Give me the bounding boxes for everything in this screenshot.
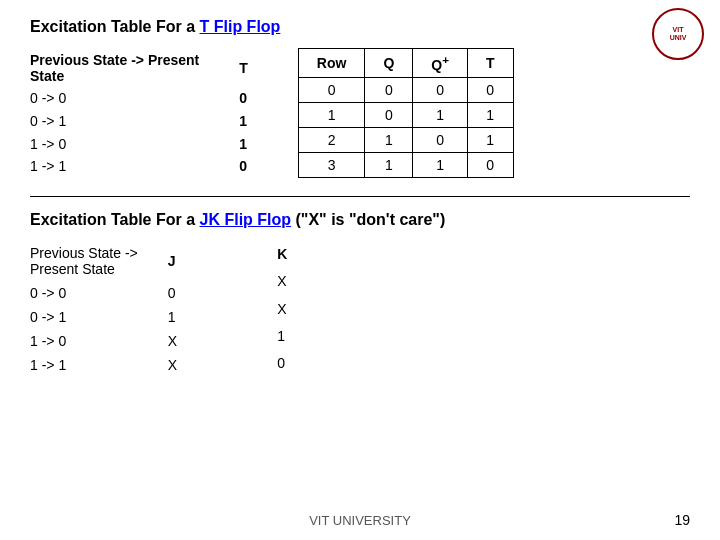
t-left-table: Previous State -> PresentState T 0 -> 0 …	[30, 48, 258, 178]
jk-k-0-1: X	[277, 295, 307, 322]
t-state-1-1: 1 -> 1	[30, 155, 229, 178]
t-right-q-header: Q	[365, 49, 413, 78]
table-row: X	[277, 295, 307, 322]
table-row: 0	[277, 349, 307, 376]
page-number: 19	[674, 512, 690, 528]
t-right-t-2: 1	[467, 127, 513, 152]
table-row: 0 -> 0 0	[30, 87, 258, 110]
t-right-qplus-0: 0	[413, 77, 468, 102]
t-right-t-0: 0	[467, 77, 513, 102]
jk-k-1-0: 1	[277, 322, 307, 349]
t-val-1-1: 0	[229, 155, 258, 178]
jk-state-1-1: 1 -> 1	[30, 353, 158, 377]
jk-j-1-1: X	[158, 353, 197, 377]
t-state-0-0: 0 -> 0	[30, 87, 229, 110]
table-row: K	[277, 241, 307, 268]
table-row: Row Q Q+ T	[298, 49, 513, 78]
jk-state-0-1: 0 -> 1	[30, 305, 158, 329]
jk-j-1-0: X	[158, 329, 197, 353]
t-state-0-1: 0 -> 1	[30, 110, 229, 133]
t-state-header: Previous State -> PresentState	[30, 48, 229, 87]
t-t-header: T	[229, 48, 258, 87]
t-right-t-3: 0	[467, 152, 513, 177]
jk-k-table: K X X 1 0	[277, 241, 307, 377]
jk-k-header: K	[277, 241, 307, 268]
t-val-0-0: 0	[229, 87, 258, 110]
jk-layout: Previous State ->Present State J 0 -> 0 …	[30, 241, 690, 377]
t-title-link[interactable]: T Flip Flop	[200, 18, 281, 35]
t-val-0-1: 1	[229, 110, 258, 133]
jk-title-prefix: Excitation Table For a	[30, 211, 200, 228]
t-state-1-0: 1 -> 0	[30, 132, 229, 155]
table-row: 1	[277, 322, 307, 349]
jk-state-header: Previous State ->Present State	[30, 241, 158, 281]
logo: VITUNIV	[652, 8, 706, 62]
t-right-q-0: 0	[365, 77, 413, 102]
t-right-qplus-3: 1	[413, 152, 468, 177]
jk-k-0-0: X	[277, 268, 307, 295]
table-row: Previous State ->Present State J	[30, 241, 197, 281]
t-section-title: Excitation Table For a T Flip Flop	[30, 18, 690, 36]
jk-state-0-0: 0 -> 0	[30, 281, 158, 305]
t-val-1-0: 1	[229, 132, 258, 155]
jk-state-1-0: 1 -> 0	[30, 329, 158, 353]
table-row: 2 1 0 1	[298, 127, 513, 152]
t-right-t-header: T	[467, 49, 513, 78]
jk-left-table: Previous State ->Present State J 0 -> 0 …	[30, 241, 197, 377]
table-row: 0 -> 1 1	[30, 110, 258, 133]
table-row: 0 -> 0 0	[30, 281, 197, 305]
table-row: 1 0 1 1	[298, 102, 513, 127]
t-layout-row: Previous State -> PresentState T 0 -> 0 …	[30, 48, 690, 178]
jk-j-0-0: 0	[158, 281, 197, 305]
t-right-qplus-2: 0	[413, 127, 468, 152]
table-row: 3 1 1 0	[298, 152, 513, 177]
t-right-qplus-1: 1	[413, 102, 468, 127]
table-row: Previous State -> PresentState T	[30, 48, 258, 87]
t-right-row-0: 0	[298, 77, 365, 102]
t-right-qplus-header: Q+	[413, 49, 468, 78]
table-row: X	[277, 268, 307, 295]
t-right-row-header: Row	[298, 49, 365, 78]
t-right-row-1: 1	[298, 102, 365, 127]
jk-section-title: Excitation Table For a JK Flip Flop ("X"…	[30, 211, 690, 229]
jk-j-header: J	[158, 241, 197, 281]
table-row: 0 0 0 0	[298, 77, 513, 102]
table-row: 1 -> 0 1	[30, 132, 258, 155]
table-row: 1 -> 1 0	[30, 155, 258, 178]
jk-k-1-1: 0	[277, 349, 307, 376]
footer: VIT UNIVERSITY	[0, 513, 720, 528]
jk-title-link[interactable]: JK Flip Flop	[200, 211, 292, 228]
t-right-row-2: 2	[298, 127, 365, 152]
t-right-row-3: 3	[298, 152, 365, 177]
jk-j-0-1: 1	[158, 305, 197, 329]
logo-circle: VITUNIV	[652, 8, 704, 60]
t-right-t-1: 1	[467, 102, 513, 127]
t-right-q-1: 0	[365, 102, 413, 127]
t-right-q-3: 1	[365, 152, 413, 177]
table-row: 0 -> 1 1	[30, 305, 197, 329]
t-title-prefix: Excitation Table For a	[30, 18, 200, 35]
t-right-table: Row Q Q+ T 0 0 0 0 1 0 1 1	[298, 48, 514, 178]
table-row: 1 -> 1 X	[30, 353, 197, 377]
jk-title-suffix: ("X" is "don't care")	[291, 211, 445, 228]
section-divider	[30, 196, 690, 197]
t-right-q-2: 1	[365, 127, 413, 152]
table-row: 1 -> 0 X	[30, 329, 197, 353]
footer-university: VIT UNIVERSITY	[309, 513, 411, 528]
